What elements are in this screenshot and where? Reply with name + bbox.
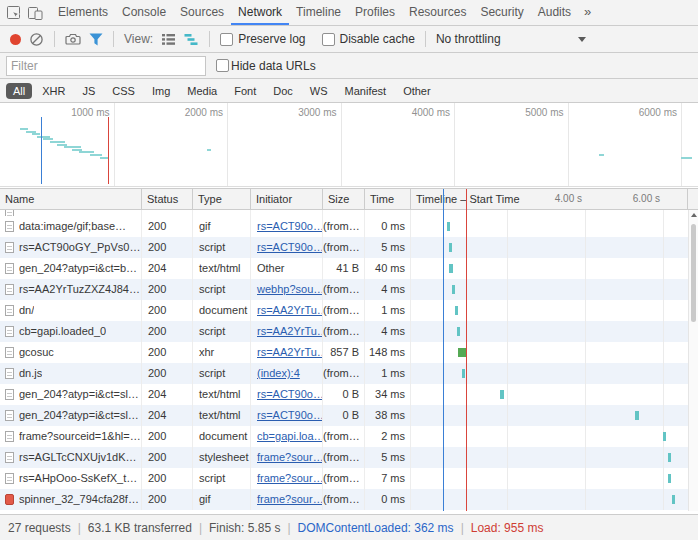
column-header-type[interactable]: Type	[193, 189, 251, 209]
type-filter-media[interactable]: Media	[180, 83, 224, 99]
column-header-timeline[interactable]: Timeline – Start Time 4.00 s6.00 s	[411, 189, 688, 209]
initiator-link[interactable]: rs=AA2YrTu…	[257, 304, 323, 316]
size-cell: 857 B	[323, 342, 365, 363]
request-name: gen_204?atyp=i&ct=b…	[19, 258, 137, 279]
initiator-link[interactable]: frame?sour…	[257, 493, 323, 505]
table-row[interactable]: gen_204?atyp=i&ct=b… 204 text/html Other…	[0, 258, 698, 279]
throttling-select[interactable]: No throttling	[436, 32, 586, 46]
disable-cache-checkbox[interactable]	[322, 33, 335, 46]
timeline-overview[interactable]: 1000 ms2000 ms3000 ms4000 ms5000 ms6000 …	[0, 103, 698, 187]
type-filter-ws[interactable]: WS	[303, 83, 335, 99]
overview-gridline	[454, 103, 455, 186]
initiator-link[interactable]: rs=ACT90o…	[257, 409, 323, 421]
overview-gridline	[114, 103, 115, 186]
size-cell: (from…	[323, 237, 365, 258]
tabs-overflow-chevron[interactable]: »	[578, 0, 597, 25]
type-filter-font[interactable]: Font	[227, 83, 263, 99]
status-cell: 200	[142, 468, 193, 489]
toolbar-separator	[113, 31, 114, 47]
tab-profiles[interactable]: Profiles	[348, 0, 402, 25]
device-toolbar-icon[interactable]	[27, 6, 43, 20]
tab-security[interactable]: Security	[473, 0, 530, 25]
tab-resources[interactable]: Resources	[402, 0, 473, 25]
clear-icon[interactable]	[29, 32, 44, 47]
size-cell: 0 B	[323, 405, 365, 426]
column-header-name[interactable]: Name	[0, 189, 142, 209]
type-filter-js[interactable]: JS	[75, 83, 102, 99]
table-row[interactable]: rs=AGLTcCNXUjv1dKN… 200 stylesheet frame…	[0, 447, 698, 468]
initiator-link[interactable]: rs=ACT90o…	[257, 388, 323, 400]
table-row[interactable]: dn/ 200 document rs=AA2YrTu… (from… 1 ms	[0, 300, 698, 321]
resource-type-filters: AllXHRJSCSSImgMediaFontDocWSManifestOthe…	[0, 79, 698, 103]
initiator-link[interactable]: rs=ACT90o…	[257, 241, 323, 253]
type-cell: script	[193, 363, 251, 384]
initiator-link[interactable]: frame?sour…	[257, 451, 323, 463]
timeline-cell	[411, 216, 688, 237]
table-row[interactable]: frame?sourceid=1&hl=… 200 document cb=ga…	[0, 426, 698, 447]
hide-data-urls-label: Hide data URLs	[231, 59, 316, 73]
size-cell: (from…	[323, 489, 365, 510]
tab-audits[interactable]: Audits	[531, 0, 578, 25]
type-filter-manifest[interactable]: Manifest	[338, 83, 394, 99]
load-time: Load: 955 ms	[471, 521, 544, 535]
tab-timeline[interactable]: Timeline	[289, 0, 348, 25]
scroll-up-arrow-icon[interactable]	[691, 213, 697, 217]
record-button[interactable]	[10, 34, 21, 45]
table-row[interactable]: gcosuc 200 xhr rs=AA2YrTu… 857 B 148 ms	[0, 342, 698, 363]
size-cell: (from…	[323, 321, 365, 342]
screenshot-camera-icon[interactable]	[65, 32, 81, 46]
initiator-link[interactable]: webhp?sou…	[257, 283, 323, 295]
initiator-link[interactable]: rs=AA2YrTu…	[257, 346, 323, 358]
table-row[interactable]: rs=ACT90oGY_PpVs0D… 200 script rs=ACT90o…	[0, 237, 698, 258]
size-cell: (from…	[323, 426, 365, 447]
table-row[interactable]: gen_204?atyp=i&ct=sl… 204 text/html rs=A…	[0, 384, 698, 405]
network-filter-input[interactable]	[6, 56, 206, 76]
table-row[interactable]: cb=gapi.loaded_0 200 script rs=AA2YrTu… …	[0, 321, 698, 342]
time-cell: 38 ms	[365, 405, 411, 426]
scrollbar-thumb[interactable]	[691, 224, 696, 322]
type-filter-css[interactable]: CSS	[105, 83, 142, 99]
column-header-status[interactable]: Status	[142, 189, 193, 209]
time-cell: 0 ms	[365, 489, 411, 510]
initiator-link[interactable]: rs=ACT90o…	[257, 220, 323, 232]
type-filter-doc[interactable]: Doc	[266, 83, 300, 99]
overview-activity-bar	[681, 157, 692, 159]
filter-funnel-icon[interactable]	[89, 33, 103, 46]
type-cell: document	[193, 426, 251, 447]
type-filter-all[interactable]: All	[6, 83, 32, 99]
table-row[interactable]: data:image/gif;base… 200 gif rs=ACT90o… …	[0, 216, 698, 237]
tab-network[interactable]: Network	[231, 0, 289, 25]
type-filter-xhr[interactable]: XHR	[35, 83, 72, 99]
request-name: gen_204?atyp=i&ct=sl…	[19, 384, 139, 405]
view-waterfall-icon[interactable]	[184, 33, 199, 46]
overview-gridline	[681, 103, 682, 186]
type-filter-other[interactable]: Other	[396, 83, 438, 99]
timeline-cell	[411, 468, 688, 489]
tab-console[interactable]: Console	[115, 0, 173, 25]
file-icon	[5, 368, 14, 379]
initiator-link[interactable]: (index):4	[257, 367, 300, 379]
tab-elements[interactable]: Elements	[51, 0, 115, 25]
table-row[interactable]: rs=AHpOoo-SsKefX_tn… 200 script frame?so…	[0, 468, 698, 489]
view-list-icon[interactable]	[161, 33, 176, 46]
inspect-element-icon[interactable]	[6, 5, 21, 20]
time-cell: 40 ms	[365, 258, 411, 279]
column-header-initiator[interactable]: Initiator	[251, 189, 323, 209]
table-row[interactable]: gen_204?atyp=i&ct=sl… 204 text/html rs=A…	[0, 405, 698, 426]
initiator-link[interactable]: rs=AA2YrTu…	[257, 325, 323, 337]
hide-data-urls-checkbox[interactable]	[216, 59, 229, 72]
type-filter-img[interactable]: Img	[145, 83, 177, 99]
table-row[interactable]: rs=AA2YrTuzZXZ4J84Z… 200 script webhp?so…	[0, 279, 698, 300]
overview-activity-bar	[599, 154, 604, 156]
initiator-link[interactable]: cb=gapi.loa…	[257, 430, 323, 442]
table-scrollbar[interactable]	[688, 210, 698, 511]
table-row[interactable]: dn.js 200 script (index):4 (from… 1 ms	[0, 363, 698, 384]
overview-load-line	[108, 117, 109, 184]
initiator-link[interactable]: frame?sour…	[257, 472, 323, 484]
column-header-size[interactable]: Size	[323, 189, 365, 209]
preserve-log-checkbox[interactable]	[220, 33, 233, 46]
request-name: rs=AHpOoo-SsKefX_tn…	[19, 468, 141, 489]
tab-sources[interactable]: Sources	[173, 0, 231, 25]
table-row[interactable]: spinner_32_794cfa28f3… 200 gif frame?sou…	[0, 489, 698, 510]
column-header-time[interactable]: Time	[365, 189, 411, 209]
